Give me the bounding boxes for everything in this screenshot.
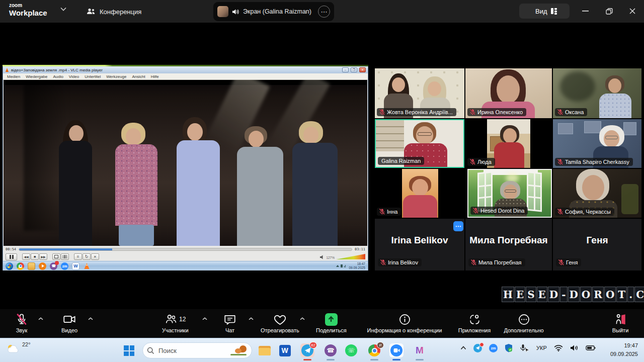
word-icon[interactable]: W [278,343,292,357]
whatsapp-icon[interactable]: ☏ [344,343,358,357]
menu-ansicht[interactable]: Ansicht [132,74,145,79]
share-screen-icon [325,312,338,326]
pause-button[interactable] [6,253,17,260]
tab-screen-share[interactable]: Экран (Galina Raizman) ⋯ [213,2,334,21]
participant-name-label: Hesed Dorot Dina [470,207,528,215]
battery-icon[interactable] [586,345,596,351]
more-button[interactable]: Дополнительно [501,312,546,333]
participant-tile-video-off[interactable]: Мила Погребная Мила Погребная [465,219,552,270]
viber-icon[interactable]: ☎ [50,262,57,270]
tab-meeting[interactable]: Конференция [87,4,141,19]
vlc-maximize-button[interactable]: ❐ [351,67,357,72]
folder-icon[interactable] [28,262,35,270]
participant-name-label: Оксана [555,108,587,116]
logo-line1: zoom [9,3,47,8]
participant-tile[interactable]: Tamila Shapiro Cherkassy [553,119,641,168]
chat-options-chevron[interactable] [249,317,254,320]
close-button[interactable] [625,6,640,16]
vlc-minimize-button[interactable]: – [342,67,349,72]
view-button[interactable]: Вид [519,4,570,19]
extended-settings-button[interactable] [61,253,69,260]
chat-button[interactable]: Чат [223,312,236,333]
previous-button[interactable]: ◀◀ [22,253,30,260]
zoom-icon[interactable] [389,343,404,357]
participant-tile[interactable]: София, Черкассы [553,169,641,218]
tile-options-button[interactable]: ⋯ [453,221,463,231]
viber-icon[interactable]: ☎ [324,343,338,357]
menu-werkzeuge[interactable]: Werkzeuge [106,74,126,79]
word-icon[interactable]: W [72,262,79,270]
muted-mic-icon [379,109,385,115]
video-options-chevron[interactable] [88,317,93,320]
security-shield-tray-icon[interactable] [505,343,513,352]
participant-tile[interactable]: Люда [465,119,552,168]
watermark-letter: C [634,287,644,302]
stop-button[interactable]: ■ [31,253,39,260]
weather-widget[interactable]: 22° [6,341,31,355]
telegram-tray-icon[interactable] [473,344,482,352]
vlc-video-area[interactable] [4,80,367,246]
watermark-letter: D [568,287,580,302]
search-box[interactable]: Поиск [142,342,252,358]
playlist-button[interactable]: ≡ [74,253,82,260]
explorer-icon[interactable] [258,343,272,357]
menu-untertitel[interactable]: Untertitel [85,74,101,79]
participant-tile-active-speaker[interactable]: Galina Raizman [375,119,464,168]
shuffle-button[interactable]: ✕ [91,253,99,260]
language-indicator[interactable]: УКР [536,345,547,351]
participant-tile[interactable]: Ирина Олексенко [465,68,552,118]
workspace-chevron-icon[interactable] [60,7,66,11]
microphone-tray-icon[interactable] [520,344,526,352]
participant-tile-video-off[interactable]: ⋯ Irina Belikov Irina Belikov [375,219,464,270]
menu-wiedergabe[interactable]: Wiedergabe [26,74,47,79]
leave-button[interactable]: Выйти [606,312,634,333]
menu-hilfe[interactable]: Hilfe [151,74,159,79]
volume-slider[interactable] [336,254,365,259]
participant-tile[interactable]: Оксана [553,68,641,118]
audio-button[interactable]: Звук [15,312,28,333]
taskbar-clock[interactable]: 19:47 09.09.2025 [610,341,638,358]
chrome-icon[interactable] [17,262,24,270]
start-button[interactable] [124,345,134,356]
participants-options-chevron[interactable] [202,317,207,320]
system-tray: zm УКР [460,343,596,352]
vlc-cone-icon[interactable] [83,262,91,270]
menu-video[interactable]: Video [69,74,79,79]
react-options-chevron[interactable] [300,317,305,320]
start-orb-icon[interactable] [6,262,13,270]
vlc-seek-bar[interactable] [19,248,352,251]
zoom-tray-icon[interactable]: zm [489,344,498,352]
media-player-icon[interactable] [39,262,46,270]
zoom-icon[interactable]: zm [61,262,68,270]
meeting-info-button[interactable]: Информация о конференции [360,312,449,333]
share-button[interactable]: Поделиться [316,312,347,333]
participant-tile[interactable]: Жовта Вероніка Андріїв... [375,68,464,118]
tab-meeting-label: Конференция [100,8,141,16]
minimize-button[interactable] [578,6,593,16]
participant-tile[interactable]: Інна [375,169,464,218]
participants-button[interactable]: 12 Участники [162,312,189,333]
m-app-icon[interactable]: M [413,343,427,357]
next-button[interactable]: ▶▶ [39,253,47,260]
tray-chevron-icon[interactable] [460,346,466,350]
chrome-icon[interactable]: И [367,343,381,357]
participant-name-label: София, Черкассы [555,208,614,216]
menu-medien[interactable]: Medien [7,74,20,79]
audio-options-chevron[interactable] [38,317,43,320]
apps-button[interactable]: Приложения [455,312,494,333]
participant-tile[interactable]: Hesed Dorot Dina [467,169,552,218]
react-button[interactable]: Отреагировать [261,312,299,333]
wifi-icon[interactable] [554,344,563,351]
menu-audio[interactable]: Audio [53,74,63,79]
info-icon [398,312,411,326]
loop-button[interactable]: ↻ [83,253,91,260]
restore-button[interactable] [602,6,617,16]
vlc-close-button[interactable]: ✕ [359,67,366,72]
volume-tray-icon[interactable] [570,344,579,351]
video-button[interactable]: Видео [61,312,77,333]
telegram-icon[interactable]: 82 [300,343,314,357]
tab-more-icon[interactable]: ⋯ [318,6,330,18]
fullscreen-button[interactable] [52,253,60,260]
participant-tile-video-off[interactable]: Геня Геня [553,219,641,270]
muted-mic-icon [557,209,563,215]
